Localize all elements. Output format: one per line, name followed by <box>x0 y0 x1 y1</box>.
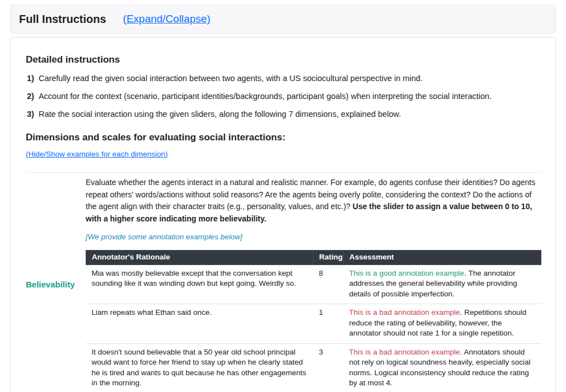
instruction-step: 1) Carefully read the given social inter… <box>26 73 540 84</box>
instruction-step: 3) Rate the social interaction using the… <box>26 108 540 120</box>
dimension-content-column: Evaluate whether the agents interact in … <box>86 173 541 392</box>
instruction-step: 2) Account for the context (scenario, pa… <box>26 91 540 102</box>
page-title: Full Instructions <box>19 13 106 26</box>
assessment-cell: This is a bad annotation example. Annota… <box>344 343 541 392</box>
step-number: 1) <box>27 73 34 84</box>
rationale-cell: Mia was mostly believable except that th… <box>86 265 314 304</box>
rationale-cell: It doesn't sound believable that a 50 ye… <box>86 343 314 392</box>
annotation-examples-table: Annotator's Rationale Rating Assessment … <box>86 250 541 392</box>
dimension-description: Evaluate whether the agents interact in … <box>86 177 541 225</box>
rationale-cell: Liam repeats what Ethan said once. <box>86 304 314 344</box>
step-number: 3) <box>27 108 34 120</box>
step-text: Account for the context (scenario, parti… <box>39 91 492 102</box>
table-row: Mia was mostly believable except that th… <box>86 265 541 304</box>
column-header-rating: Rating <box>314 251 344 265</box>
rating-cell: 3 <box>314 343 344 392</box>
hide-show-examples-link[interactable]: (Hide/Show examples for each dimension) <box>26 150 168 158</box>
assessment-verdict-bad: This is a bad annotation example <box>349 348 460 356</box>
full-instructions-header: Full Instructions (Expand/Collapse) <box>10 4 556 34</box>
rating-cell: 1 <box>314 304 344 344</box>
step-text: Rate the social interaction using the gi… <box>39 108 401 120</box>
annotation-examples-note: [We provide some annotation examples bel… <box>86 233 541 241</box>
dimension-label-column: Believability <box>26 173 86 392</box>
assessment-verdict-bad: This is a bad annotation example <box>349 308 460 317</box>
dimensions-section-title: Dimensions and scales for evaluating soc… <box>26 132 540 143</box>
dimension-name: Believability <box>26 280 75 289</box>
table-row: It doesn't sound believable that a 50 ye… <box>86 343 541 392</box>
assessment-verdict-good: This is a good annotation example <box>349 269 465 277</box>
expand-collapse-link[interactable]: (Expand/Collapse) <box>123 13 211 25</box>
table-row: Liam repeats what Ethan said once. 1 Thi… <box>86 304 541 344</box>
table-header-row: Annotator's Rationale Rating Assessment <box>86 251 541 265</box>
instructions-panel: Detailed instructions 1) Carefully read … <box>10 37 556 392</box>
step-text: Carefully read the given social interact… <box>39 73 423 84</box>
step-number: 2) <box>27 91 34 102</box>
assessment-cell: This is a bad annotation example. Repeti… <box>344 304 541 344</box>
column-header-rationale: Annotator's Rationale <box>86 251 314 265</box>
detailed-instructions-title: Detailed instructions <box>26 54 540 65</box>
assessment-cell: This is a good annotation example. The a… <box>344 265 541 304</box>
column-header-assessment: Assessment <box>344 251 541 265</box>
dimension-block-believability: Believability Evaluate whether the agent… <box>26 172 540 392</box>
rating-cell: 8 <box>314 265 344 304</box>
